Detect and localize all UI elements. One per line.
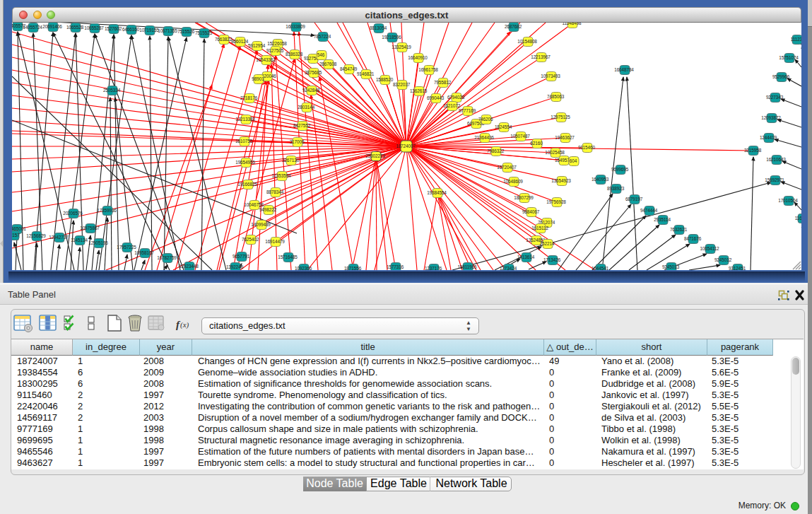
- svg-text:546: 546: [317, 52, 325, 57]
- svg-text:9474444: 9474444: [640, 208, 658, 213]
- svg-text:8878344: 8878344: [266, 189, 284, 194]
- svg-text:10648609: 10648609: [503, 179, 523, 184]
- svg-text:25302273: 25302273: [365, 153, 385, 158]
- svg-text:10973493: 10973493: [541, 74, 560, 78]
- svg-text:1044541: 1044541: [592, 266, 609, 270]
- svg-text:6990443: 6990443: [427, 95, 445, 100]
- svg-text:19463627: 19463627: [555, 135, 575, 140]
- svg-text:317006: 317006: [290, 139, 305, 144]
- svg-text:2687682: 2687682: [505, 24, 522, 29]
- svg-text:252214: 252214: [540, 241, 555, 246]
- svg-text:1527602: 1527602: [105, 26, 122, 31]
- svg-text:7515526: 7515526: [177, 29, 195, 34]
- svg-text:17359936: 17359936: [97, 208, 117, 213]
- svg-text:11353594: 11353594: [271, 173, 291, 178]
- svg-text:5912954: 5912954: [248, 43, 266, 48]
- svg-text:16640910: 16640910: [408, 55, 428, 60]
- svg-text:604: 604: [570, 158, 577, 163]
- svg-text:16961758: 16961758: [418, 67, 438, 72]
- svg-text:7485063: 7485063: [547, 94, 565, 99]
- svg-text:16210643: 16210643: [766, 157, 786, 162]
- svg-text:18724007: 18724007: [396, 144, 416, 148]
- svg-text:15811965: 15811965: [457, 264, 477, 269]
- svg-text:12975125: 12975125: [551, 115, 570, 119]
- svg-text:12905195: 12905195: [88, 240, 108, 245]
- svg-text:1392249: 1392249: [226, 264, 244, 269]
- svg-text:9699695: 9699695: [611, 167, 629, 172]
- svg-text:7857224: 7857224: [314, 34, 331, 39]
- svg-text:2718176: 2718176: [240, 95, 258, 100]
- svg-text:2803144: 2803144: [298, 105, 315, 110]
- svg-text:9227343: 9227343: [766, 95, 784, 100]
- svg-text:19384554: 19384554: [427, 190, 447, 195]
- svg-text:8813054: 8813054: [370, 25, 387, 30]
- svg-text:16914479: 16914479: [265, 239, 285, 244]
- svg-text:20206576: 20206576: [63, 211, 83, 216]
- svg-text:1588520: 1588520: [376, 77, 394, 82]
- svg-text:746206: 746206: [478, 117, 493, 122]
- svg-text:8186328: 8186328: [286, 52, 303, 57]
- svg-text:10719155: 10719155: [139, 28, 159, 33]
- svg-text:1244419: 1244419: [760, 135, 777, 140]
- svg-text:11548498: 11548498: [562, 23, 582, 25]
- svg-text:3267130: 3267130: [282, 158, 300, 163]
- svg-text:98901: 98901: [252, 76, 264, 81]
- svg-text:1092366: 1092366: [295, 266, 312, 270]
- svg-text:9245012: 9245012: [714, 257, 732, 262]
- svg-text:62160: 62160: [530, 141, 543, 146]
- svg-text:7625402: 7625402: [242, 237, 259, 242]
- svg-text:10975867: 10975867: [80, 226, 100, 230]
- svg-text:8471676: 8471676: [684, 236, 702, 241]
- svg-text:12213967: 12213967: [531, 54, 551, 59]
- svg-text:8938923: 8938923: [607, 186, 625, 191]
- svg-text:18807299: 18807299: [514, 195, 534, 200]
- svg-text:10655287: 10655287: [84, 25, 104, 30]
- svg-text:10154808: 10154808: [517, 39, 537, 44]
- svg-text:8322037: 8322037: [393, 82, 411, 87]
- svg-text:19654955: 19654955: [235, 160, 255, 165]
- svg-text:9657791: 9657791: [233, 254, 250, 259]
- svg-text:12942737: 12942737: [49, 235, 69, 240]
- svg-text:9115460: 9115460: [578, 145, 595, 150]
- svg-text:12156829: 12156829: [26, 233, 46, 238]
- svg-text:1621072: 1621072: [443, 103, 461, 108]
- svg-text:9127505: 9127505: [266, 48, 284, 53]
- svg-text:13654923: 13654923: [551, 178, 571, 183]
- svg-text:39157: 39157: [12, 233, 20, 238]
- svg-text:8660124: 8660124: [231, 39, 249, 44]
- svg-text:7632621: 7632621: [670, 227, 688, 232]
- svg-text:12923448: 12923448: [179, 264, 199, 269]
- svg-text:1362615: 1362615: [410, 88, 428, 93]
- svg-text:1640953: 1640953: [592, 177, 609, 182]
- svg-text:1610755: 1610755: [235, 139, 253, 144]
- svg-text:7515525: 7515525: [195, 30, 213, 35]
- svg-text:9498222: 9498222: [259, 207, 277, 212]
- svg-text:2935114: 2935114: [654, 217, 671, 222]
- svg-text:116753: 116753: [795, 216, 801, 221]
- svg-text:3215958: 3215958: [744, 148, 762, 153]
- svg-text:15226058: 15226058: [267, 41, 287, 46]
- svg-text:7955812: 7955812: [434, 80, 452, 85]
- svg-text:15720407: 15720407: [497, 165, 517, 170]
- svg-text:1413614: 1413614: [517, 255, 535, 259]
- svg-text:9242848: 9242848: [302, 88, 320, 93]
- svg-text:10507487: 10507487: [510, 134, 530, 139]
- svg-text:11123: 11123: [791, 37, 801, 42]
- svg-text:9146821: 9146821: [357, 71, 375, 76]
- svg-text:6466160: 6466160: [122, 27, 140, 32]
- svg-text:1615112: 1615112: [531, 226, 548, 230]
- svg-text:8427552: 8427552: [293, 123, 311, 128]
- svg-text:16033809: 16033809: [286, 24, 305, 29]
- svg-text:2505334: 2505334: [103, 88, 121, 93]
- svg-text:2867608: 2867608: [319, 62, 337, 66]
- svg-text:10958167: 10958167: [134, 250, 154, 255]
- svg-text:16782759: 16782759: [157, 255, 177, 260]
- svg-text:9777169: 9777169: [459, 108, 476, 113]
- svg-text:9312451: 9312451: [729, 266, 746, 270]
- svg-text:15751074: 15751074: [779, 55, 799, 60]
- svg-text:1273424: 1273424: [500, 266, 517, 270]
- svg-text:19218596: 19218596: [382, 35, 401, 40]
- svg-text:9684067: 9684067: [522, 209, 540, 214]
- svg-text:1824554: 1824554: [495, 124, 512, 129]
- svg-text:6879197: 6879197: [625, 197, 643, 201]
